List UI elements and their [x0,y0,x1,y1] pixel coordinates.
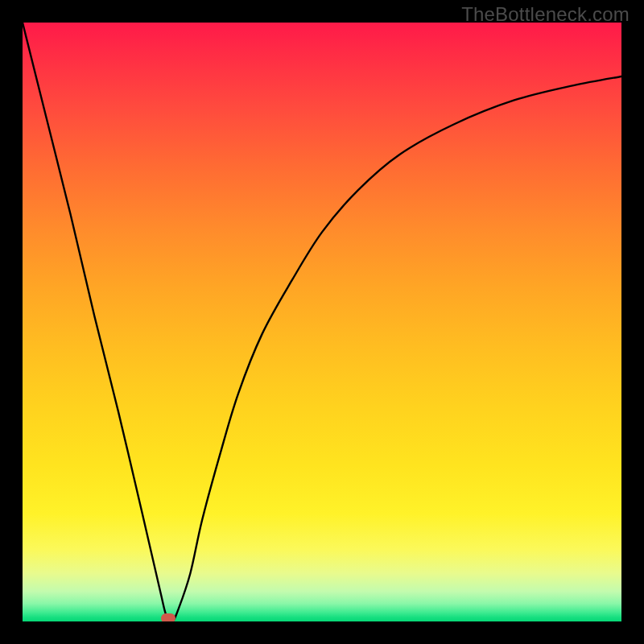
optimum-marker [161,613,175,621]
bottleneck-curve [23,23,621,621]
chart-frame: TheBottleneck.com [0,0,644,644]
plot-area [23,23,621,621]
